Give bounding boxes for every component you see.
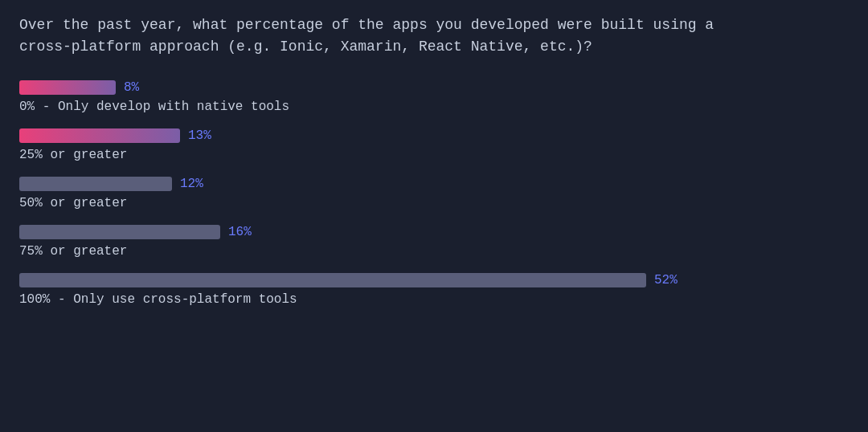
bars-container: 8%0% - Only develop with native tools13%… xyxy=(19,80,849,307)
bar-answer-label-4: 100% - Only use cross-platform tools xyxy=(19,292,849,307)
bar-section-0: 8%0% - Only develop with native tools xyxy=(19,80,849,114)
bar-answer-label-3: 75% or greater xyxy=(19,244,849,259)
bar-percent-label-3: 16% xyxy=(228,225,252,239)
bar-percent-label-1: 13% xyxy=(188,128,211,143)
bar-answer-label-1: 25% or greater xyxy=(19,148,849,162)
bar-percent-label-4: 52% xyxy=(654,273,678,287)
question-text: Over the past year, what percentage of t… xyxy=(19,14,849,58)
bar-track-0 xyxy=(19,80,116,95)
bar-percent-label-2: 12% xyxy=(180,177,203,191)
question-container: Over the past year, what percentage of t… xyxy=(19,14,849,58)
bar-track-4 xyxy=(19,273,646,287)
bar-row-3: 16% xyxy=(19,225,849,239)
bar-row-4: 52% xyxy=(19,273,849,287)
bar-row-0: 8% xyxy=(19,80,849,95)
bar-section-2: 12%50% or greater xyxy=(19,177,849,210)
bar-section-4: 52%100% - Only use cross-platform tools xyxy=(19,273,849,307)
bar-row-1: 13% xyxy=(19,128,849,143)
bar-track-3 xyxy=(19,225,220,239)
bar-section-1: 13%25% or greater xyxy=(19,128,849,162)
bar-row-2: 12% xyxy=(19,177,849,191)
bar-section-3: 16%75% or greater xyxy=(19,225,849,259)
bar-percent-label-0: 8% xyxy=(124,80,139,95)
bar-track-2 xyxy=(19,177,172,191)
bar-answer-label-2: 50% or greater xyxy=(19,196,849,210)
bar-track-1 xyxy=(19,128,180,143)
bar-answer-label-0: 0% - Only develop with native tools xyxy=(19,100,849,114)
